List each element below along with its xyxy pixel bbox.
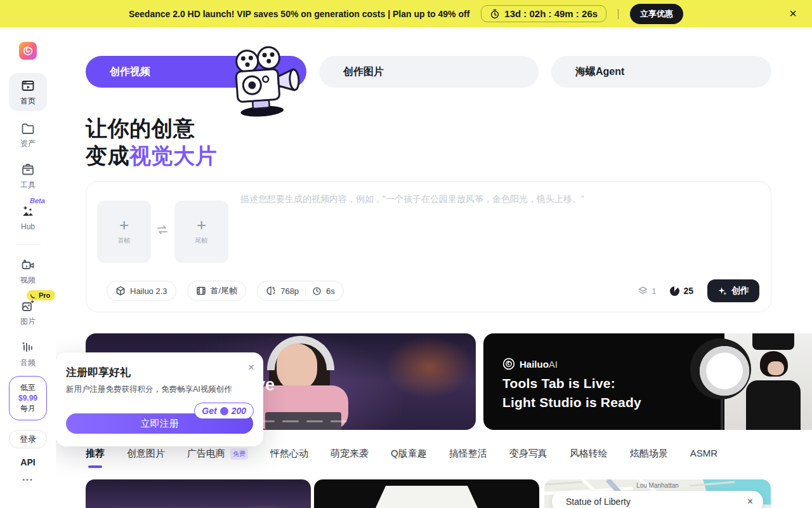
popup-close-icon[interactable]: × <box>248 361 254 374</box>
first-frame-label: 首帧 <box>118 236 131 245</box>
signup-title: 注册即享好礼 <box>66 365 131 380</box>
price-prefix: 低至 <box>20 382 36 393</box>
map-search-pill: Statue of Liberty × <box>552 491 763 508</box>
banner-close-icon[interactable]: × <box>789 5 797 22</box>
sidebar-item-label: 工具 <box>20 180 36 190</box>
last-frame-upload[interactable]: + 尾帧 <box>174 201 228 263</box>
signup-description: 新用户注册免费获得积分，免费畅享AI视频创作 <box>66 384 232 395</box>
price-suffix: 每月 <box>20 403 36 414</box>
credit-cost: 25 <box>670 286 693 296</box>
tab-create-image[interactable]: 创作图片 <box>319 56 539 88</box>
batch-count-control[interactable]: 1 <box>638 286 656 297</box>
category-cute-pets[interactable]: 萌宠来袭 <box>331 448 369 460</box>
tab-label: 创作图片 <box>343 65 384 79</box>
map-search-text: Statue of Liberty <box>566 497 631 507</box>
sidebar-item-assets[interactable]: 资产 <box>0 121 56 149</box>
hailuo-logo[interactable] <box>19 42 37 60</box>
api-link[interactable]: API <box>0 457 56 467</box>
hailuo-ai-logo: HailuoAI <box>502 358 558 370</box>
coin-icon <box>220 407 228 415</box>
tab-label: 创作视频 <box>110 65 150 79</box>
resolution-duration-selector[interactable]: 768p 6s <box>257 281 344 301</box>
carousel-dash[interactable] <box>306 420 323 422</box>
audio-waveform-icon <box>20 340 36 355</box>
sidebar-item-label: 资产 <box>20 138 36 149</box>
first-frame-upload[interactable]: + 首帧 <box>97 201 151 263</box>
sidebar-item-video[interactable]: 视频 <box>0 257 56 286</box>
clock-icon <box>490 9 500 19</box>
page: Seedance 2.0 HD launch! VIP saves 50% on… <box>0 0 812 508</box>
category-q-version[interactable]: Q版童趣 <box>391 448 427 460</box>
prompt-composer: + 首帧 + 尾帧 Hailuo 2.3 <box>86 181 771 312</box>
sidebar-item-label: 视频 <box>20 275 36 286</box>
promo-illustration <box>752 333 794 350</box>
layers-icon <box>638 286 648 297</box>
promo-illustration <box>768 361 784 375</box>
category-recommended[interactable]: 推荐 <box>86 448 105 468</box>
hero-line1: 让你的创意 <box>86 115 217 142</box>
sidebar-divider <box>15 244 41 245</box>
category-heartbeat[interactable]: 怦然心动 <box>270 448 308 460</box>
frame-mode-label: 首/尾帧 <box>211 285 238 297</box>
model-selector[interactable]: Hailuo 2.3 <box>107 281 176 301</box>
frame-mode-selector[interactable]: 首/尾帧 <box>187 281 247 301</box>
sidebar-item-label: 音频 <box>20 358 36 368</box>
more-menu-icon[interactable]: ••• <box>0 476 56 483</box>
hero-line2: 变成视觉大片 <box>86 142 217 170</box>
tab-hailuo-agent[interactable]: 海螺Agent <box>551 56 771 88</box>
map-close-icon[interactable]: × <box>747 496 753 507</box>
composer-actions: 1 25 创作 <box>638 279 759 302</box>
category-asmr[interactable]: ASMR <box>690 448 717 458</box>
create-button-label: 创作 <box>731 285 749 297</box>
carousel-dash[interactable] <box>282 420 299 422</box>
video-camera-icon <box>20 257 36 272</box>
banner-text: Seedance 2.0 HD launch! VIP saves 50% on… <box>129 9 469 19</box>
category-portrait[interactable]: 变身写真 <box>509 448 547 460</box>
free-badge: 免费 <box>230 448 248 460</box>
pill-divider <box>305 286 306 295</box>
duration-label: 6s <box>326 286 335 296</box>
promo-illustration <box>746 380 801 430</box>
promo-card-light-studio[interactable]: HailuoAI Tools Tab is Live: Light Studio… <box>483 333 812 430</box>
hub-icon <box>20 204 36 220</box>
category-creative-image[interactable]: 创意图片 <box>127 448 165 460</box>
sidebar-item-audio[interactable]: 音频 <box>0 340 56 368</box>
resolution-icon <box>266 286 276 296</box>
sidebar-item-tools[interactable]: 工具 <box>0 162 56 190</box>
category-cool-scenes[interactable]: 炫酷场景 <box>630 448 668 460</box>
prompt-input[interactable] <box>240 192 748 274</box>
page-title: 让你的创意 变成视觉大片 <box>86 115 217 170</box>
batch-count: 1 <box>652 286 656 296</box>
folder-icon <box>20 121 36 136</box>
sidebar-item-home[interactable]: 首页 <box>9 73 47 111</box>
login-button[interactable]: 登录 <box>9 430 47 448</box>
composer-toolbar: Hailuo 2.3 首/尾帧 768p <box>86 279 771 302</box>
banana-icon <box>30 292 37 299</box>
home-icon <box>20 78 36 93</box>
promo-banner: Seedance 2.0 HD launch! VIP saves 50% on… <box>0 0 812 27</box>
gallery-illustration <box>354 486 500 508</box>
gallery-card[interactable] <box>314 479 539 508</box>
tab-create-video[interactable]: 创作视频 <box>86 56 306 88</box>
swap-frames-icon[interactable] <box>155 222 170 237</box>
pricing-upgrade-box[interactable]: 低至 $9.99 每月 <box>9 376 47 420</box>
category-ad-ecommerce[interactable]: 广告电商 免费 <box>187 448 248 460</box>
main-content: 创作视频 创作图片 海螺Agent <box>56 27 812 508</box>
signup-bonus-badge: Get 200 <box>194 403 254 419</box>
sidebar-item-hub[interactable]: Hub <box>0 204 56 231</box>
banner-cta-button[interactable]: 立享优惠 <box>630 4 683 24</box>
sidebar-item-image[interactable]: 图片 <box>0 298 56 327</box>
gallery-card[interactable] <box>86 479 311 508</box>
film-icon <box>196 286 206 296</box>
carousel-dash[interactable] <box>331 420 347 422</box>
toolbox-icon <box>20 162 36 177</box>
category-style-transfer[interactable]: 风格转绘 <box>570 448 608 460</box>
countdown-value: 13d : 02h : 49m : 26s <box>504 8 598 19</box>
category-funny[interactable]: 搞怪整活 <box>449 448 487 460</box>
banner-divider <box>618 9 619 19</box>
gallery-card-map[interactable]: Lou Manhattan Statue of Liberty × <box>544 479 771 508</box>
pro-badge: Pro <box>27 290 55 300</box>
sidebar-item-label: 首页 <box>20 96 36 107</box>
duration-clock-icon <box>312 286 322 296</box>
create-button[interactable]: 创作 <box>707 279 759 302</box>
